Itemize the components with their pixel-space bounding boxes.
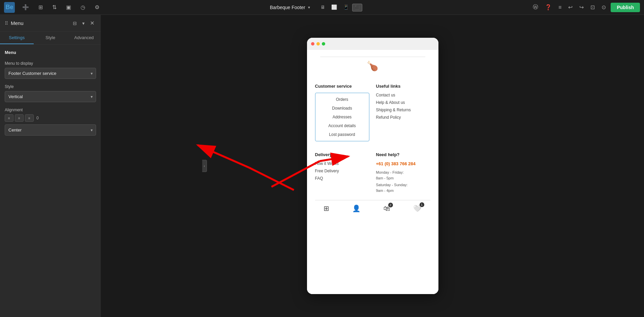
window-maximize-dot <box>322 42 325 46</box>
list-item[interactable]: Free Delivery <box>315 169 369 173</box>
style-label: Style <box>5 84 96 89</box>
list-item[interactable]: Contact us <box>376 93 430 97</box>
add-icon[interactable]: ➕ <box>20 3 31 12</box>
alignment-label: Alignment <box>5 108 96 112</box>
list-item[interactable]: Refund Policy <box>376 115 430 120</box>
brand-logo[interactable]: Be <box>4 2 15 13</box>
hours-weekend: Saturday - Sunday: 9am - 4pm <box>376 182 430 193</box>
topbar-center: Barbeque Footer ▾ 🖥 ⬜ 📱 ⬛ <box>270 3 363 11</box>
transform-icon[interactable]: ⇅ <box>50 3 59 12</box>
account-icon[interactable]: 👤 <box>352 204 361 212</box>
menu-to-display-select[interactable]: Footer Customer service <box>5 68 96 79</box>
alignment-select[interactable]: Center <box>5 124 96 136</box>
align-center-icon[interactable]: ≡ <box>15 114 24 122</box>
page-title: Barbeque Footer <box>270 5 305 10</box>
wordpress-icon[interactable]: Ⓦ <box>531 2 540 12</box>
responsive-icon[interactable]: ▣ <box>64 3 73 12</box>
sidebar-layout-icon[interactable]: ⊟ <box>71 20 79 27</box>
template-icon[interactable]: ⊡ <box>588 3 597 12</box>
tab-style[interactable]: Style <box>34 32 67 44</box>
window-close-dot <box>311 42 314 46</box>
canvas-area: ‹ 🍗 Customer service <box>101 15 644 317</box>
alignment-icons: ≡ ≡ ≡ <box>5 114 34 122</box>
need-help-title: Need help? <box>376 152 430 157</box>
redo-icon[interactable]: ↪ <box>577 3 586 12</box>
list-item[interactable]: Shipping & Returns <box>376 108 430 112</box>
footer-logo: 🍗 <box>367 60 378 71</box>
wishlist-badge: 1 <box>420 202 424 207</box>
sidebar-tabs: Settings Style Advanced <box>0 32 101 45</box>
need-help-col: Need help? +61 (0) 383 766 284 Monday - … <box>376 152 430 195</box>
style-select[interactable]: Vertical <box>5 91 96 102</box>
sidebar-title: Menu <box>11 20 24 26</box>
footer-bottom-nav: ⊞ 👤 🛍 2 🤍 1 <box>307 200 438 217</box>
window-minimize-dot <box>316 42 320 46</box>
close-icon[interactable]: ✕ <box>88 19 96 27</box>
topbar-right: Ⓦ ❓ ≡ ↩ ↪ ⊡ ⊙ Publish <box>531 2 640 12</box>
list-item[interactable]: Help & About us <box>376 100 430 105</box>
footer-top: 🍗 <box>307 50 438 78</box>
list-item[interactable]: FAQ <box>315 176 369 181</box>
customer-service-col: Customer service Orders Downloads Addres… <box>315 84 369 141</box>
list-item[interactable]: Orders <box>315 95 369 104</box>
align-left-icon[interactable]: ≡ <box>5 114 13 122</box>
preview-window: 🍗 Customer service Orders Downloads Addr… <box>307 38 438 294</box>
list-item[interactable]: How it Works <box>315 161 369 166</box>
undo-icon[interactable]: ↩ <box>566 3 575 12</box>
sidebar-header-left: ⠿ Menu <box>5 20 24 26</box>
list-item[interactable]: Addresses <box>315 113 369 121</box>
screenshot-icon[interactable]: ⊙ <box>600 3 608 12</box>
wishlist-icon[interactable]: 🤍 1 <box>413 204 422 212</box>
main-area: ⠿ Menu ⊟ ▾ ✕ Settings Style Advanced Men… <box>0 15 644 317</box>
delivery-title: Delivery <box>315 152 369 157</box>
publish-button[interactable]: Publish <box>611 3 640 12</box>
customer-service-menu: Orders Downloads Addresses Account detai… <box>315 93 369 141</box>
mobile-btn[interactable]: 📱 <box>341 3 351 11</box>
chevron-down-icon: ▾ <box>308 5 310 10</box>
layers-icon[interactable]: ≡ <box>556 3 563 12</box>
cart-badge: 2 <box>388 203 393 207</box>
alignment-row: ≡ ≡ ≡ 0 <box>5 114 96 122</box>
settings-icon[interactable]: ⚙ <box>93 3 101 12</box>
topbar: Be ➕ ⊞ ⇅ ▣ ◷ ⚙ Barbeque Footer ▾ 🖥 ⬜ 📱 ⬛… <box>0 0 644 15</box>
sidebar: ⠿ Menu ⊟ ▾ ✕ Settings Style Advanced Men… <box>0 15 101 317</box>
footer-top-divider <box>320 57 425 57</box>
menu-to-display-wrapper: Footer Customer service <box>5 68 96 79</box>
tab-settings[interactable]: Settings <box>0 32 34 44</box>
list-item[interactable]: Account details <box>315 121 369 130</box>
useful-links-list: Contact us Help & About us Shipping & Re… <box>376 93 430 120</box>
menu-drag-icon: ⠿ <box>5 21 8 26</box>
list-item[interactable]: Lost password <box>315 130 369 139</box>
menu-to-display-label: Menu to display <box>5 61 96 66</box>
sidebar-content: Menu Menu to display Footer Customer ser… <box>0 45 101 141</box>
topbar-left: Be ➕ ⊞ ⇅ ▣ ◷ ⚙ <box>4 2 101 13</box>
grid-icon[interactable]: ⊞ <box>324 204 329 212</box>
list-item[interactable]: Downloads <box>315 104 369 113</box>
sidebar-collapse-tab[interactable]: ‹ <box>202 160 207 172</box>
sidebar-expand-icon[interactable]: ▾ <box>81 20 86 27</box>
alignment-count: 0 <box>36 116 39 120</box>
useful-links-title: Useful links <box>376 84 430 89</box>
delivery-list: How it Works Free Delivery FAQ <box>315 161 369 181</box>
section-menu-label: Menu <box>5 50 96 55</box>
align-right-icon[interactable]: ≡ <box>25 114 34 122</box>
footer-columns-row2: Delivery How it Works Free Delivery FAQ … <box>307 147 438 200</box>
hours-weekday: Monday - Friday: 8am - 5pm <box>376 170 430 181</box>
history-icon[interactable]: ◷ <box>79 3 87 12</box>
preview-titlebar <box>307 38 438 50</box>
layout-icon[interactable]: ⊞ <box>36 3 45 12</box>
tablet-btn[interactable]: ⬜ <box>329 3 339 11</box>
preview-content[interactable]: 🍗 Customer service Orders Downloads Addr… <box>307 50 438 294</box>
help-icon[interactable]: ❓ <box>543 3 554 12</box>
footer-columns-row1: Customer service Orders Downloads Addres… <box>307 78 438 147</box>
delivery-col: Delivery How it Works Free Delivery FAQ <box>315 152 369 195</box>
desktop-btn[interactable]: 🖥 <box>318 3 328 11</box>
tab-advanced[interactable]: Advanced <box>67 32 101 44</box>
sidebar-header: ⠿ Menu ⊟ ▾ ✕ <box>0 15 101 32</box>
cart-icon[interactable]: 🛍 2 <box>384 205 390 212</box>
mobile-small-btn[interactable]: ⬛ <box>352 4 362 11</box>
sidebar-header-right: ⊟ ▾ ✕ <box>71 19 96 27</box>
need-help-phone[interactable]: +61 (0) 383 766 284 <box>376 161 430 166</box>
useful-links-col: Useful links Contact us Help & About us … <box>376 84 430 141</box>
style-wrapper: Vertical <box>5 91 96 102</box>
